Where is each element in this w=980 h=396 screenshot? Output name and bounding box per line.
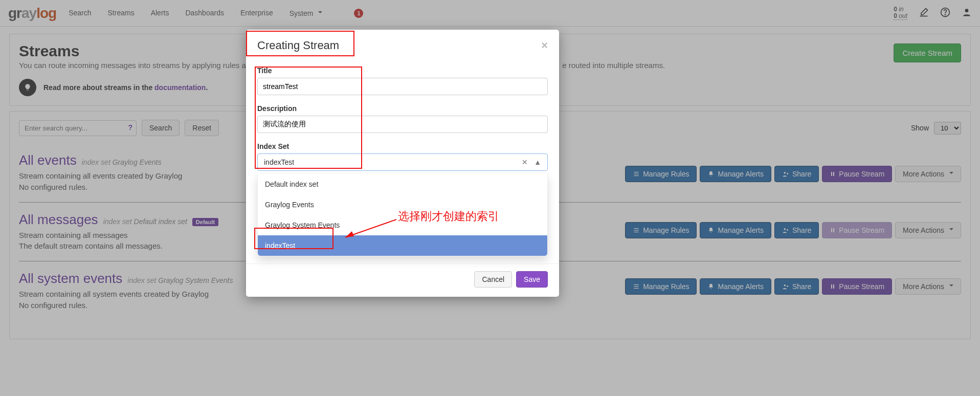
index-set-value: indexTest xyxy=(264,158,522,166)
close-icon[interactable]: × xyxy=(541,39,548,52)
index-set-select[interactable]: indexTest ✕ ▲ xyxy=(257,153,548,171)
description-input[interactable] xyxy=(257,116,548,133)
description-label: Description xyxy=(257,104,548,113)
index-set-dropdown: Default index set Graylog Events Graylog… xyxy=(257,174,548,256)
clear-icon[interactable]: ✕ xyxy=(522,158,528,166)
modal-title: Creating Stream xyxy=(257,39,339,52)
dropdown-option-sysevents[interactable]: Graylog System Events xyxy=(258,215,547,235)
chevron-up-icon[interactable]: ▲ xyxy=(534,158,541,166)
dropdown-option-indextest[interactable]: indexTest xyxy=(258,235,547,256)
index-set-label: Index Set xyxy=(257,142,548,150)
title-input[interactable] xyxy=(257,78,548,95)
creating-stream-modal: Creating Stream × Title Description Inde… xyxy=(246,30,559,297)
dropdown-option-events[interactable]: Graylog Events xyxy=(258,194,547,215)
dropdown-option-default[interactable]: Default index set xyxy=(258,174,547,194)
title-label: Title xyxy=(257,67,548,75)
cancel-button[interactable]: Cancel xyxy=(474,271,512,288)
save-button[interactable]: Save xyxy=(516,271,548,288)
